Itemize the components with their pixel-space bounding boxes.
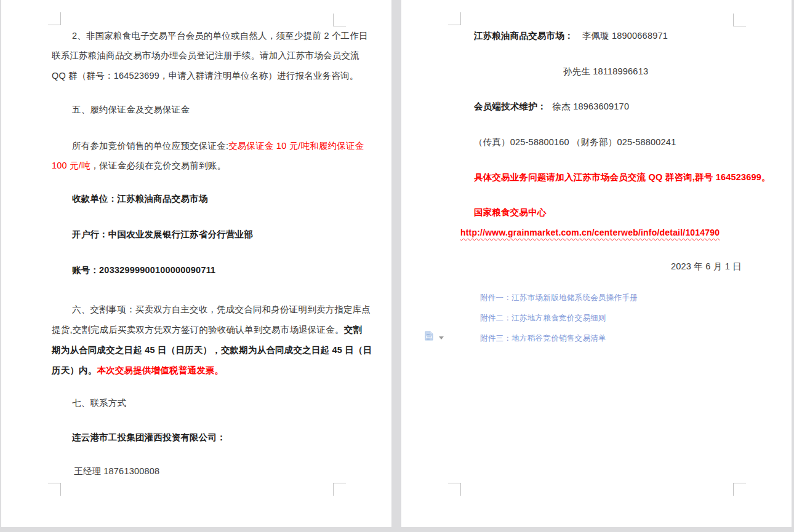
company-line: 连云港市工投集团灌西投资有限公司： — [72, 431, 226, 443]
delivery-text-plain: 提货,交割完成后买卖双方凭双方签订的验收确认单到交易市场退保证金。 — [52, 325, 344, 335]
delivery-line-3: 期为从合同成交之日起 45 日（日历天），交款期为从合同成交之日起 45 日（日 — [52, 344, 372, 356]
market-label: 江苏粮油商品交易市场： — [474, 31, 574, 41]
delivery-text-bold: 交割 — [344, 325, 362, 335]
fax-line: （传真）025-58800160 （财务部）025-58800241 — [474, 136, 676, 148]
text-boundary-mark-bottom-right — [733, 483, 746, 496]
text-boundary-mark-top-left — [448, 12, 461, 25]
grain-center-url-link[interactable]: http://www.grainmarket.com.cn/centerweb/… — [460, 226, 720, 239]
text-boundary-mark-top-left — [48, 12, 61, 25]
document-page-2[interactable]: 江苏粮油商品交易市场：李佩璇 18900668971 孙先生 181189966… — [401, 0, 792, 527]
tech-label: 会员端技术维护： — [474, 101, 547, 111]
paragraph-line: QQ 群（群号：164523699，申请入群请注明单位名称）进行报名业务咨询。 — [52, 69, 358, 82]
deposit-text-black: 所有参加竞价销售的单位应预交保证金: — [72, 141, 228, 151]
text-boundary-mark-top-right — [333, 14, 346, 26]
invoice-notice-red: 本次交易提供增值税普通发票。 — [97, 365, 224, 375]
deposit-text-black-2: ，保证金必须在竞价交易前到账。 — [90, 161, 227, 170]
text-boundary-mark-bottom-left — [48, 483, 61, 496]
delivery-text-bold-2: 历天）内。 — [52, 365, 97, 375]
manager-contact-line: 王经理 18761300808 — [74, 465, 159, 477]
deposit-text-red: 交易保证金 10 元/吨和履约保证金 — [228, 141, 364, 151]
grain-center-name: 国家粮食交易中心 — [474, 206, 547, 218]
document-date: 2023 年 6 月 1 日 — [671, 260, 742, 272]
deposit-line-1: 所有参加竞价销售的单位应预交保证金:交易保证金 10 元/吨和履约保证金 — [72, 140, 364, 152]
attachment-link-3[interactable]: 附件三：地方稻谷竞价销售交易清单 — [480, 332, 606, 344]
section-5-heading: 五、履约保证金及交易保证金 — [72, 103, 190, 116]
document-page-1[interactable]: 2、非国家粮食电子交易平台会员的单位或自然人，须至少提前 2 个工作日 联系江苏… — [1, 0, 391, 527]
document-view: 2、非国家粮食电子交易平台会员的单位或自然人，须至少提前 2 个工作日 联系江苏… — [0, 0, 794, 532]
bank-line: 开户行：中国农业发展银行江苏省分行营业部 — [72, 228, 253, 240]
paste-options-button[interactable] — [423, 330, 452, 344]
delivery-line-1: 六、交割事项：买卖双方自主交收，凭成交合同和身份证明到卖方指定库点 — [72, 303, 371, 316]
market-contact-1: 李佩璇 18900668971 — [582, 31, 668, 41]
text-boundary-mark-bottom-left — [448, 483, 461, 496]
text-boundary-mark-bottom-right — [333, 483, 346, 496]
canvas-right-edge — [792, 0, 794, 532]
market-contact-2: 孙先生 18118996613 — [563, 65, 648, 77]
delivery-line-2: 提货,交割完成后买卖双方凭双方签订的验收确认单到交易市场退保证金。交割 — [52, 324, 362, 336]
section-7-heading: 七、联系方式 — [72, 397, 126, 409]
paste-options-icon — [423, 330, 435, 344]
attachment-link-1[interactable]: 附件一：江苏市场新版地储系统会员操作手册 — [480, 292, 638, 304]
deposit-line-2: 100 元/吨，保证金必须在竞价交易前到账。 — [52, 159, 226, 172]
dropdown-caret-icon — [439, 336, 444, 339]
tech-support-line: 会员端技术维护：徐杰 18963609170 — [474, 100, 629, 113]
qq-notice-line: 具体交易业务问题请加入江苏市场会员交流 QQ 群咨询,群号 164523699。 — [474, 171, 771, 183]
delivery-line-4: 历天）内。本次交易提供增值税普通发票。 — [52, 364, 223, 376]
text-boundary-mark-top-right — [733, 14, 746, 26]
payee-line: 收款单位：江苏粮油商品交易市场 — [72, 193, 208, 205]
market-contact-line: 江苏粮油商品交易市场：李佩璇 18900668971 — [474, 30, 668, 42]
deposit-amount-red: 100 元/吨 — [52, 161, 90, 170]
paragraph-line: 联系江苏粮油商品交易市场办理会员登记注册手续。请加入江苏市场会员交流 — [52, 49, 359, 62]
tech-contact: 徐杰 18963609170 — [553, 101, 630, 111]
account-line: 账号：20332999900100000090711 — [72, 264, 215, 276]
attachment-link-2[interactable]: 附件二：江苏地方粮食竞价交易细则 — [480, 312, 606, 324]
paragraph-line: 2、非国家粮食电子交易平台会员的单位或自然人，须至少提前 2 个工作日 — [72, 30, 368, 42]
